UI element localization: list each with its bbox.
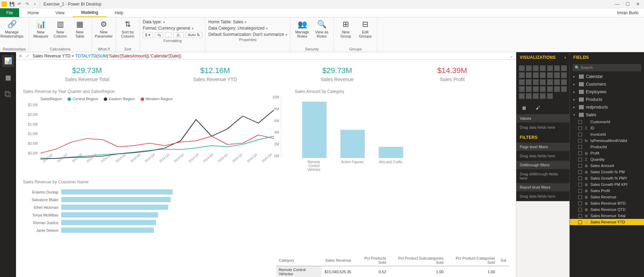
table-row[interactable]: Remote Control Vehicles$15,540,525.350.5…	[276, 266, 509, 277]
viz-type-icon[interactable]	[547, 86, 553, 92]
viz-type-icon[interactable]	[526, 86, 532, 92]
field-item[interactable]: ΣID	[570, 125, 644, 131]
field-item[interactable]: ProductId	[570, 144, 644, 150]
save-icon[interactable]: 💾	[9, 1, 15, 7]
viz-type-icon[interactable]	[519, 79, 525, 85]
hbar-row[interactable]: Janie Deleon	[23, 228, 256, 233]
kpi-card[interactable]: $29.73MSales Revenue Total	[65, 66, 109, 82]
manage-relationships-button[interactable]: 🔗Manage Relationships	[3, 18, 21, 46]
new-table-button[interactable]: ▦New Table	[71, 18, 89, 46]
viz-type-icon[interactable]	[519, 72, 525, 78]
data-type-dropdown[interactable]: Data type:	[143, 19, 202, 24]
tab-help[interactable]: Help	[107, 8, 132, 17]
table-node[interactable]: ▸Customers	[570, 80, 644, 88]
hbar-row[interactable]: Tonya McMillan	[23, 212, 256, 217]
viz-type-icon[interactable]	[540, 86, 545, 92]
table-node[interactable]: ▸Employees	[570, 88, 644, 96]
sort-by-column-button[interactable]: ⇅Sort by Column	[119, 18, 137, 46]
redo-icon[interactable]: ↷	[24, 1, 30, 7]
field-item[interactable]: InvoiceId	[570, 131, 644, 137]
field-item[interactable]: ⊞Sales Amount	[570, 163, 644, 169]
new-parameter-button[interactable]: ⚙New Parameter	[95, 18, 113, 46]
field-item[interactable]: ⊞Sales Growth % PMY	[570, 175, 644, 181]
viz-type-icon[interactable]	[561, 79, 567, 85]
table-node[interactable]: ▸redproducts	[570, 103, 644, 111]
fields-header[interactable]: FIELDS	[570, 52, 644, 63]
bar[interactable]	[379, 147, 403, 158]
field-item[interactable]: ⊞Sales Revenue YTD	[570, 219, 644, 225]
new-column-button[interactable]: ▥New Column	[51, 18, 69, 46]
viz-type-icon[interactable]	[533, 79, 539, 85]
hbar-row[interactable]: Erasmo Dunlap	[23, 189, 256, 195]
hbar-chart[interactable]: Sales Revenue by Customer Name Erasmo Du…	[23, 180, 256, 233]
formula-bar[interactable]: ✕ ✓ Sales Revenue YTD = TOTALYTD(SUM('Sa…	[16, 52, 516, 60]
currency-button[interactable]: $ ▾	[143, 32, 153, 38]
viz-type-icon[interactable]	[533, 65, 539, 71]
manage-roles-button[interactable]: 👥Manage Roles	[293, 18, 311, 46]
format-mode-icon[interactable]: 🖌	[534, 104, 541, 111]
viz-type-icon[interactable]	[533, 72, 539, 78]
data-category-dropdown[interactable]: Data Category: Uncategorized	[208, 26, 287, 31]
column-header[interactable]: Pct Product Subcategories Sold	[389, 255, 446, 266]
viz-type-icon[interactable]	[554, 72, 560, 78]
tab-view[interactable]: View	[47, 8, 73, 17]
viz-type-icon[interactable]	[519, 65, 525, 71]
field-item[interactable]: ⊞Sales Revenue	[570, 194, 644, 200]
model-view-icon[interactable]: ⿻	[2, 88, 14, 100]
field-item[interactable]: fxIsPreviousMonthValid	[570, 137, 644, 144]
report-filters-dropzone[interactable]: Drag data fields here	[516, 191, 570, 201]
viz-type-icon[interactable]	[519, 93, 525, 99]
column-header[interactable]: Pct Product Categories Sold	[446, 255, 498, 266]
view-as-roles-button[interactable]: 🔍View as Roles	[313, 18, 331, 46]
field-item[interactable]: ⊞Profit	[570, 150, 644, 156]
minimize-icon[interactable]: —	[615, 1, 619, 7]
hbar-row[interactable]: Salvatore Blake	[23, 197, 256, 202]
cancel-icon[interactable]: ✕	[19, 54, 22, 58]
viz-type-icon[interactable]	[561, 72, 567, 78]
viz-type-icon[interactable]	[540, 79, 545, 85]
format-dropdown[interactable]: Format: Currency general	[143, 26, 202, 31]
tab-modeling[interactable]: Modeling	[73, 8, 107, 17]
hbar-row[interactable]: Ethel Hickman	[23, 205, 256, 210]
viz-type-icon[interactable]	[540, 65, 545, 71]
qat-dropdown-icon[interactable]: ▾	[32, 1, 38, 7]
drill-filters-dropzone[interactable]: Drag drillthrough fields here	[516, 169, 570, 183]
data-view-icon[interactable]: ▦	[2, 72, 14, 84]
field-item[interactable]: ⊞Sales Growth PM KPI	[570, 181, 644, 188]
table-node[interactable]: ▸Products	[570, 96, 644, 103]
table-node-expanded[interactable]: ▾Sales	[570, 111, 644, 119]
column-header[interactable]: Sales Revenue	[322, 255, 354, 266]
viz-type-icon[interactable]	[540, 93, 545, 99]
viz-type-icon[interactable]	[526, 79, 532, 85]
hbar-row[interactable]: Roman Justice	[23, 220, 256, 225]
close-icon[interactable]: ✕	[636, 1, 640, 7]
new-group-button[interactable]: ⊞New Group	[337, 18, 355, 46]
new-measure-button[interactable]: 📊New Measure	[32, 18, 50, 46]
bar[interactable]	[340, 130, 365, 158]
expand-icon[interactable]: ⌄	[510, 54, 513, 58]
decimals-auto[interactable]: Auto ⇅	[186, 32, 203, 38]
viz-type-icon[interactable]	[547, 93, 553, 99]
maximize-icon[interactable]: ☐	[626, 1, 630, 7]
column-header[interactable]: Pct Products Sold	[354, 255, 389, 266]
viz-type-icon[interactable]	[526, 72, 532, 78]
formula-text[interactable]: Sales Revenue YTD = TOTALYTD(SUM('Sales'…	[33, 54, 506, 58]
viz-type-icon[interactable]	[547, 65, 553, 71]
viz-type-icon[interactable]	[554, 79, 560, 85]
viz-type-icon[interactable]	[533, 86, 539, 92]
kpi-card[interactable]: $12.16MSales Revenue YTD	[193, 66, 237, 82]
fields-search[interactable]: 🔍 Search	[573, 64, 641, 71]
commit-icon[interactable]: ✓	[26, 54, 29, 58]
viz-type-icon[interactable]	[540, 72, 545, 78]
edit-groups-button[interactable]: ⊟Edit Groups	[356, 18, 374, 46]
field-item[interactable]: ⊞Sales Revenue Total	[570, 213, 644, 219]
viz-type-icon[interactable]	[533, 93, 539, 99]
column-header[interactable]: Sal	[498, 255, 509, 266]
table-node[interactable]: ▸Calendar	[570, 73, 644, 80]
chevron-right-icon[interactable]: ›	[565, 55, 566, 60]
viz-type-icon[interactable]	[561, 86, 567, 92]
decimal-decrease-button[interactable]: .0↓	[173, 32, 183, 38]
field-item[interactable]: ⊞Sales Profit	[570, 188, 644, 194]
home-table-dropdown[interactable]: Home Table: Sales	[208, 19, 287, 24]
viz-header[interactable]: VISUALIZATIONS›	[516, 52, 570, 63]
